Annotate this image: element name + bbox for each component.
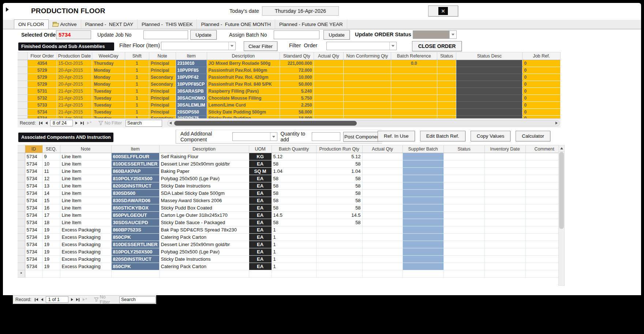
empty-cell[interactable] bbox=[249, 270, 272, 278]
cell-job-ref[interactable]: 0 bbox=[523, 67, 561, 74]
empty-cell[interactable] bbox=[484, 270, 525, 278]
cell-seq[interactable]: 19 bbox=[42, 263, 60, 270]
cell-seq[interactable]: 10 bbox=[42, 160, 60, 168]
cell-actual-qty[interactable] bbox=[362, 263, 402, 270]
cell-note[interactable]: Line Item bbox=[60, 190, 111, 197]
cell-comment[interactable] bbox=[525, 234, 563, 241]
cell-job-ref[interactable]: 0 bbox=[523, 109, 561, 116]
last-record-button[interactable] bbox=[79, 119, 86, 127]
cell-run-qty[interactable] bbox=[316, 234, 362, 241]
floor-table-row[interactable]: 572920-Apr-2015Monday1Secondary10PVPF85C… bbox=[18, 81, 561, 88]
cell-item[interactable]: 30SDSAUCEPD bbox=[111, 219, 159, 226]
cell-id[interactable]: 5734 bbox=[25, 248, 42, 256]
record-search-input[interactable] bbox=[119, 296, 156, 303]
cell-item[interactable]: 820SDINSTRUCT bbox=[111, 256, 159, 263]
floor-table-row[interactable]: 573321-Apr-2015Tuesday1Principal30SALEML… bbox=[18, 102, 561, 109]
scroll-right-icon[interactable] bbox=[554, 122, 559, 125]
cell-item[interactable]: 10PVPF85 bbox=[176, 67, 207, 74]
cell-status[interactable] bbox=[437, 67, 456, 74]
clear-filter-button[interactable]: Clear Filter bbox=[244, 41, 277, 51]
add-component-select[interactable] bbox=[232, 132, 278, 141]
cell-actual-qty[interactable] bbox=[314, 74, 343, 81]
scrollbar-thumb[interactable] bbox=[174, 121, 357, 126]
cell-description[interactable]: Passionfruit Pav.Rol. 840gm bbox=[207, 67, 280, 74]
cell-comment[interactable] bbox=[525, 175, 563, 182]
cell-uom[interactable]: EA bbox=[249, 263, 272, 270]
cell-inventory-date[interactable] bbox=[484, 197, 525, 204]
cell-item[interactable]: 850STICKYBOX bbox=[111, 204, 159, 212]
col-floor-order[interactable]: Floor Order bbox=[27, 52, 57, 60]
cell-description[interactable]: SDA Label Sticky Date 500gm bbox=[159, 190, 249, 197]
cell-batch-qty[interactable]: 1 bbox=[272, 241, 316, 248]
cell-actual-qty[interactable] bbox=[314, 109, 343, 116]
cell-production-date[interactable]: 20-Apr-2015 bbox=[57, 74, 92, 81]
empty-cell[interactable] bbox=[42, 270, 60, 278]
cell-status[interactable] bbox=[437, 88, 456, 95]
cell-supplier-batch[interactable] bbox=[402, 168, 443, 175]
cell-actual-qty[interactable] bbox=[362, 175, 402, 182]
cell-status-desc[interactable] bbox=[456, 60, 523, 67]
cell-weekday[interactable]: Tuesday bbox=[92, 88, 125, 95]
row-selector[interactable] bbox=[18, 234, 25, 241]
cell-production-date[interactable]: 21-Apr-2015 bbox=[57, 109, 92, 116]
col-note[interactable]: Note bbox=[149, 52, 176, 60]
cell-seq[interactable]: 15 bbox=[42, 197, 60, 204]
cell-note[interactable]: Excess Packaging bbox=[60, 256, 111, 263]
cell-comment[interactable] bbox=[525, 197, 563, 204]
no-filter-toggle[interactable]: No Filter bbox=[94, 294, 116, 305]
row-selector[interactable] bbox=[18, 88, 27, 95]
cell-status[interactable] bbox=[437, 74, 456, 81]
cell-standard-qty[interactable]: 58.000 bbox=[280, 109, 314, 116]
cell-status[interactable] bbox=[443, 212, 484, 219]
cell-run-qty[interactable] bbox=[316, 248, 362, 256]
cell-supplier-batch[interactable] bbox=[402, 226, 443, 234]
cell-inventory-date[interactable] bbox=[484, 226, 525, 234]
empty-cell[interactable] bbox=[60, 270, 111, 278]
component-table-row[interactable]: 573412Line Item810POLY250X500Polybag 250… bbox=[18, 175, 563, 182]
cell-inventory-date[interactable] bbox=[484, 234, 525, 241]
col-note[interactable]: Note bbox=[60, 145, 111, 153]
cell-id[interactable]: 5734 bbox=[25, 219, 42, 226]
cell-production-date[interactable]: 21-Apr-2015 bbox=[57, 95, 92, 102]
cell-actual-qty[interactable] bbox=[362, 204, 402, 212]
component-table-row[interactable]: 57349Line Item600SELFFLOURSelf Raising F… bbox=[18, 153, 563, 160]
cell-actual-qty[interactable] bbox=[362, 226, 402, 234]
cell-note[interactable]: Excess Packaging bbox=[60, 226, 111, 234]
cell-supplier-batch[interactable] bbox=[402, 234, 443, 241]
cell-note[interactable]: Secondary bbox=[149, 81, 176, 88]
floor-table-row[interactable]: 573421-Apr-2015Tuesday1Principal20SDPS50… bbox=[18, 109, 561, 116]
row-selector[interactable] bbox=[18, 212, 25, 219]
cell-job-ref[interactable]: 0 bbox=[523, 95, 561, 102]
cell-run-qty[interactable]: 58 bbox=[316, 190, 362, 197]
cell-comment[interactable] bbox=[525, 204, 563, 212]
cell-batch-qty[interactable]: 1 bbox=[272, 234, 316, 241]
cell-note[interactable]: Principal bbox=[149, 109, 176, 116]
cell-comment[interactable] bbox=[525, 248, 563, 256]
cell-actual-qty[interactable] bbox=[362, 256, 402, 263]
cell-inventory-date[interactable] bbox=[484, 219, 525, 226]
cell-description[interactable]: Polybag 250x500 (Lge Pav) bbox=[159, 248, 249, 256]
cell-status[interactable] bbox=[443, 241, 484, 248]
component-table-row[interactable]: 573410Line Item810DESSERTLINERDessert Li… bbox=[18, 160, 563, 168]
cell-standard-qty[interactable]: 5.750 bbox=[280, 95, 314, 102]
cell-production-date[interactable]: 21-Apr-2015 bbox=[57, 88, 92, 95]
tab-planned-one-month[interactable]: Planned - Future ONE MONTH bbox=[197, 19, 275, 29]
cell-item[interactable]: 810POLY250X500 bbox=[111, 175, 159, 182]
cell-description[interactable]: Baking Paper bbox=[159, 168, 249, 175]
cell-actual-qty[interactable] bbox=[362, 248, 402, 256]
cell-status[interactable] bbox=[443, 248, 484, 256]
cell-standard-qty[interactable]: 2.250 bbox=[280, 102, 314, 109]
cell-description[interactable]: Lemon/Lime Curd bbox=[207, 102, 280, 109]
cell-uom[interactable]: SQ M bbox=[249, 168, 272, 175]
component-table-row[interactable]: 573419Excess Packaging820SDINSTRUCTStick… bbox=[18, 256, 563, 263]
cell-actual-qty[interactable] bbox=[314, 95, 343, 102]
cell-supplier-batch[interactable] bbox=[402, 248, 443, 256]
cell-uom[interactable]: EA bbox=[249, 226, 272, 234]
cell-batch-reference[interactable]: 0.0 bbox=[391, 60, 437, 67]
cell-description[interactable]: Sticky Date Instructions bbox=[159, 256, 249, 263]
cell-status[interactable] bbox=[443, 226, 484, 234]
col-batch-reference[interactable]: Batch Reference bbox=[391, 52, 437, 60]
close-order-button[interactable]: CLOSE ORDER bbox=[412, 41, 462, 51]
cell-note[interactable]: Line Item bbox=[60, 197, 111, 204]
cell-run-qty[interactable]: 14.5 bbox=[316, 212, 362, 219]
